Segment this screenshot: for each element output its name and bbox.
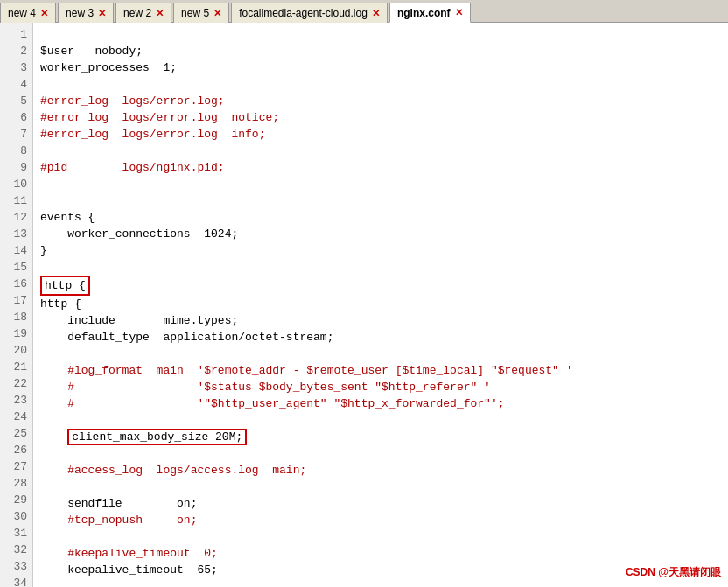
code-line: #log_format main '$remote_addr - $remote… [40, 362, 721, 379]
code-line: worker_connections 1024; [40, 226, 721, 242]
code-line: sendfile on; [40, 495, 721, 512]
comment-text: #error_log logs/error.log notice; [40, 111, 279, 124]
tab-label: new 4 [8, 7, 36, 19]
code-line: default_type application/octet-stream; [40, 329, 721, 346]
code-line [40, 578, 721, 587]
code-text: worker_processes 1; [40, 61, 177, 74]
line-number: 1 [4, 26, 27, 43]
code-line [40, 528, 721, 545]
code-line: #error_log logs/error.log; [40, 93, 721, 109]
tab-label: new 3 [66, 7, 94, 19]
comment-text: #log_format main '$remote_addr - $remote… [40, 364, 573, 377]
line-number: 12 [4, 209, 27, 226]
code-area[interactable]: $user nobody;worker_processes 1;#error_l… [33, 23, 728, 587]
code-line [40, 412, 721, 429]
code-line: #access_log logs/access.log main; [40, 462, 721, 479]
comment-text: #pid logs/nginx.pid; [40, 161, 225, 174]
line-number: 6 [4, 109, 27, 126]
code-line: #error_log logs/error.log notice; [40, 109, 721, 126]
watermark: CSDN @天黑请闭眼 [626, 565, 721, 580]
tab-close-new2[interactable]: ✕ [156, 8, 164, 19]
tab-close-new3[interactable]: ✕ [98, 8, 106, 19]
line-numbers: 1234567891011121314151617181920212223242… [0, 23, 33, 587]
code-line: #pid logs/nginx.pid; [40, 159, 721, 176]
line-number: 4 [4, 76, 27, 93]
code-line: #tcp_nopush on; [40, 512, 721, 528]
code-line [40, 259, 721, 276]
code-line [40, 192, 721, 209]
code-line: http { [40, 276, 721, 296]
highlighted-client-max-body-size: client_max_body_size 20M; [67, 429, 247, 445]
code-line: http { [40, 296, 721, 312]
line-number: 29 [4, 492, 27, 508]
highlighted-http-block: http { [40, 276, 90, 296]
tab-label: new 5 [181, 7, 209, 19]
line-number: 7 [4, 126, 27, 143]
code-line [40, 26, 721, 43]
line-number: 9 [4, 159, 27, 176]
tab-log[interactable]: focallmedia-agent-cloud.log ✕ [231, 3, 388, 23]
tab-nginx[interactable]: nginx.conf ✕ [389, 3, 471, 23]
line-number: 25 [4, 425, 27, 442]
code-text: default_type application/octet-stream; [40, 331, 333, 344]
tab-close-new5[interactable]: ✕ [214, 8, 221, 19]
comment-text: #keepalive_timeout 0; [40, 547, 218, 560]
line-number: 11 [4, 192, 27, 209]
code-text: events { [40, 211, 94, 224]
code-line [40, 143, 721, 159]
tab-new5[interactable]: new 5 ✕ [173, 3, 229, 23]
tab-new2[interactable]: new 2 ✕ [116, 3, 172, 23]
line-number: 3 [4, 59, 27, 76]
tab-close-log[interactable]: ✕ [372, 8, 380, 19]
code-line: $user nobody; [40, 43, 721, 59]
line-number: 14 [4, 242, 27, 259]
comment-text: #error_log logs/error.log; [40, 94, 225, 108]
tab-new4[interactable]: new 4 ✕ [0, 3, 56, 23]
line-number: 19 [4, 325, 27, 342]
comment-text: # '$status $body_bytes_sent "$http_refer… [40, 381, 491, 394]
line-number: 18 [4, 309, 27, 325]
comment-text: #tcp_nopush on; [40, 514, 197, 527]
line-number: 13 [4, 226, 27, 242]
tab-new3[interactable]: new 3 ✕ [58, 3, 114, 23]
code-line [40, 445, 721, 462]
line-number: 27 [4, 458, 27, 475]
line-number: 17 [4, 292, 27, 309]
line-number: 21 [4, 359, 27, 375]
line-number: 20 [4, 342, 27, 359]
line-number: 23 [4, 392, 27, 409]
code-text: worker_connections 1024; [40, 227, 238, 241]
line-number: 16 [4, 276, 27, 292]
tab-close-nginx[interactable]: ✕ [455, 7, 463, 18]
line-number: 22 [4, 375, 27, 392]
line-number: 26 [4, 442, 27, 458]
code-line: #keepalive_timeout 0; [40, 545, 721, 562]
code-line [40, 346, 721, 362]
tab-label: focallmedia-agent-cloud.log [239, 7, 368, 19]
code-line: events { [40, 209, 721, 226]
code-line: # '$status $body_bytes_sent "$http_refer… [40, 379, 721, 395]
tab-label: nginx.conf [397, 7, 451, 19]
line-number: 8 [4, 143, 27, 159]
code-text: sendfile on; [40, 497, 197, 510]
line-number: 34 [4, 575, 27, 587]
code-line: client_max_body_size 20M; [40, 429, 721, 445]
code-text: keepalive_timeout 65; [40, 563, 218, 577]
line-number: 10 [4, 176, 27, 192]
code-text: http { [40, 297, 81, 311]
code-line: keepalive_timeout 65; [40, 562, 721, 578]
code-line [40, 176, 721, 192]
code-line [40, 479, 721, 495]
comment-text: #access_log logs/access.log main; [40, 464, 306, 477]
code-line: # '"$http_user_agent" "$http_x_forwarded… [40, 395, 721, 412]
line-number: 33 [4, 558, 27, 575]
code-text: $user nobody; [40, 45, 143, 58]
tab-close-new4[interactable]: ✕ [40, 8, 48, 19]
code-text: include mime.types; [40, 314, 238, 327]
code-line: include mime.types; [40, 312, 721, 329]
code-line: } [40, 242, 721, 259]
line-number: 32 [4, 542, 27, 558]
code-line: #error_log logs/error.log info; [40, 126, 721, 143]
tab-label: new 2 [123, 7, 151, 19]
line-number: 31 [4, 525, 27, 542]
